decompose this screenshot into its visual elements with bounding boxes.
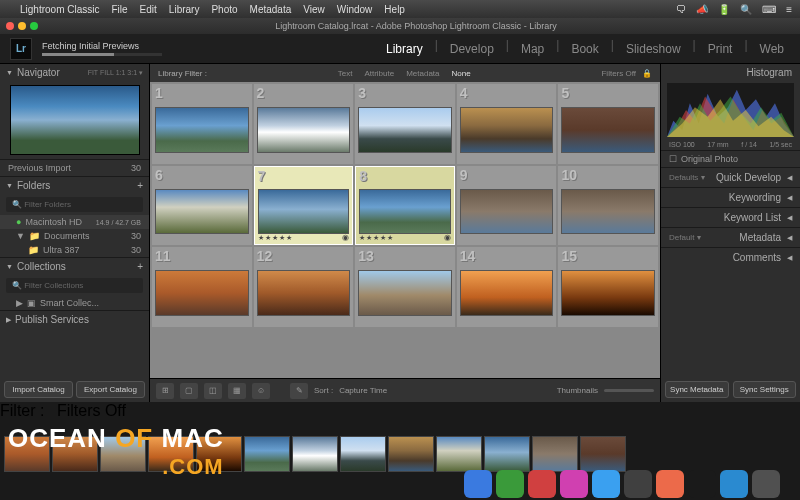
dock-app-icon[interactable] (752, 470, 780, 498)
sync-settings-button[interactable]: Sync Settings (733, 381, 797, 398)
original-photo-row[interactable]: ☐ Original Photo (661, 150, 800, 167)
grid-cell[interactable]: 13 (355, 247, 455, 327)
filters-off-label[interactable]: Filters Off (601, 69, 636, 78)
mac-dock[interactable] (464, 470, 780, 498)
section-preset[interactable]: Defaults ▾ (669, 173, 705, 182)
dock-app-icon[interactable] (496, 470, 524, 498)
filmstrip-thumb[interactable] (244, 436, 290, 472)
dock-app-icon[interactable] (592, 470, 620, 498)
add-icon[interactable]: + (137, 261, 143, 272)
thumbnail[interactable] (561, 107, 655, 153)
panel-section-header[interactable]: Keyword List◀ (661, 207, 800, 227)
thumbnail[interactable] (257, 270, 351, 316)
thumbnail[interactable] (155, 107, 249, 153)
dock-app-icon[interactable] (624, 470, 652, 498)
thumbnail[interactable] (358, 270, 452, 316)
menubar-status-icon[interactable]: 📣 (696, 4, 708, 15)
module-map[interactable]: Map (515, 38, 550, 60)
filmstrip-thumb[interactable] (292, 436, 338, 472)
filter-collections-input[interactable]: 🔍 Filter Collections (6, 278, 143, 293)
module-print[interactable]: Print (702, 38, 739, 60)
grid-cell[interactable]: 15 (558, 247, 658, 327)
thumbnail[interactable] (257, 107, 351, 153)
grid-cell[interactable]: 10 (558, 166, 658, 246)
filter-folders-input[interactable]: 🔍 Filter Folders (6, 197, 143, 212)
filter-tab-text[interactable]: Text (332, 69, 359, 78)
filter-tab-none[interactable]: None (446, 69, 477, 78)
grid-cell[interactable]: 5 (558, 84, 658, 164)
survey-view-button[interactable]: ▦ (228, 383, 246, 399)
panel-section-header[interactable]: Default ▾Metadata◀ (661, 227, 800, 247)
mac-menubar[interactable]: Lightroom Classic File Edit Library Phot… (0, 0, 800, 18)
filmstrip-thumb[interactable] (436, 436, 482, 472)
panel-section-header[interactable]: Comments◀ (661, 247, 800, 267)
zoom-icon[interactable] (30, 22, 38, 30)
thumbnail[interactable] (258, 189, 350, 234)
filmstrip-thumb[interactable] (388, 436, 434, 472)
menubar-search-icon[interactable]: 🔍 (740, 4, 752, 15)
histogram[interactable] (667, 83, 794, 137)
menubar-app[interactable]: Lightroom Classic (20, 4, 99, 15)
add-icon[interactable]: + (137, 180, 143, 191)
panel-section-header[interactable]: Keywording◀ (661, 187, 800, 207)
menubar-library[interactable]: Library (169, 4, 200, 15)
dock-app-icon[interactable] (656, 470, 684, 498)
thumbnail[interactable] (460, 107, 554, 153)
filmstrip-thumb[interactable] (340, 436, 386, 472)
dock-app-icon[interactable] (688, 470, 716, 498)
rating-stars[interactable]: ★★★★★ (359, 234, 394, 242)
publish-header[interactable]: ▶ Publish Services (0, 311, 149, 328)
sync-metadata-button[interactable]: Sync Metadata (665, 381, 729, 398)
filmstrip-filters-off[interactable]: Filters Off (57, 402, 126, 419)
rating-stars[interactable]: ★★★★★ (258, 234, 293, 242)
grid-cell[interactable]: 14 (457, 247, 557, 327)
dock-app-icon[interactable] (720, 470, 748, 498)
thumbnail[interactable] (358, 107, 452, 153)
menubar-notif-icon[interactable]: ≡ (786, 4, 792, 15)
import-catalog-button[interactable]: Import Catalog (4, 381, 73, 398)
thumbnail[interactable] (561, 189, 655, 235)
grid-cell[interactable]: 8 ★★★★★ ◉ (355, 166, 455, 246)
module-book[interactable]: Book (565, 38, 604, 60)
painter-icon[interactable]: ✎ (290, 383, 308, 399)
thumbnail[interactable] (561, 270, 655, 316)
grid-cell[interactable]: 12 (254, 247, 354, 327)
grid-cell[interactable]: 2 (254, 84, 354, 164)
thumbnail[interactable] (359, 189, 451, 234)
menubar-photo[interactable]: Photo (211, 4, 237, 15)
histogram-header[interactable]: Histogram (661, 64, 800, 81)
menubar-edit[interactable]: Edit (140, 4, 157, 15)
export-catalog-button[interactable]: Export Catalog (76, 381, 145, 398)
menubar-window[interactable]: Window (337, 4, 373, 15)
menubar-metadata[interactable]: Metadata (250, 4, 292, 15)
module-library[interactable]: Library (380, 38, 429, 60)
filmstrip-thumb[interactable] (532, 436, 578, 472)
traffic-lights[interactable] (6, 22, 38, 30)
menubar-file[interactable]: File (111, 4, 127, 15)
volume-row[interactable]: ● Macintosh HD 14.9 / 42.7 GB (0, 215, 149, 229)
menubar-status-icon[interactable]: 🗨 (676, 4, 686, 15)
menubar-input-icon[interactable]: ⌨ (762, 4, 776, 15)
grid-cell[interactable]: 7 ★★★★★ ◉ (254, 166, 354, 246)
panel-section-header[interactable]: Defaults ▾Quick Develop◀ (661, 167, 800, 187)
filmstrip-thumb[interactable] (580, 436, 626, 472)
checkbox-icon[interactable]: ☐ (669, 154, 677, 164)
filter-tab-metadata[interactable]: Metadata (400, 69, 445, 78)
menubar-wifi-icon[interactable]: 🔋 (718, 4, 730, 15)
loupe-view-button[interactable]: ▢ (180, 383, 198, 399)
grid-cell[interactable]: 1 (152, 84, 252, 164)
navigator-header[interactable]: ▼ Navigator FIT FILL 1:1 3:1 ▾ (0, 64, 149, 81)
dock-app-icon[interactable] (464, 470, 492, 498)
grid-view-button[interactable]: ⊞ (156, 383, 174, 399)
thumbnail[interactable] (155, 189, 249, 235)
lock-icon[interactable]: 🔒 (642, 69, 652, 78)
minimize-icon[interactable] (18, 22, 26, 30)
previous-import-row[interactable]: Previous Import 30 (0, 160, 149, 177)
grid-cell[interactable]: 9 (457, 166, 557, 246)
filmstrip-thumb[interactable] (484, 436, 530, 472)
dock-app-icon[interactable] (560, 470, 588, 498)
grid-scroll[interactable]: 1 2 3 4 5 6 7 ★★★★★ ◉8 ★★★★★ ◉9 10 11 12 (150, 82, 660, 378)
thumbnail[interactable] (155, 270, 249, 316)
thumb-size-slider[interactable] (604, 389, 654, 392)
module-slideshow[interactable]: Slideshow (620, 38, 687, 60)
